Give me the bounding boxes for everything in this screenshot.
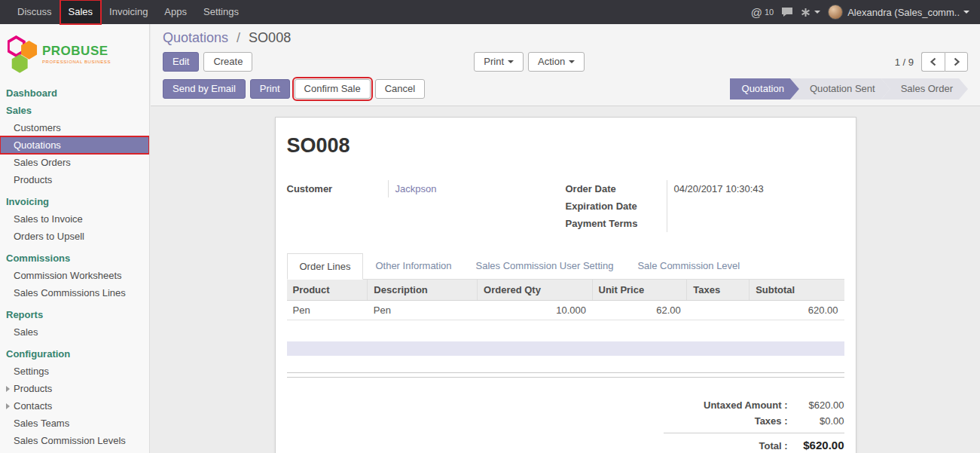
topnav-sales[interactable]: Sales [60,0,102,24]
untaxed-amount-label: Untaxed Amount : [704,399,787,411]
caret-down-icon [508,60,514,63]
column-header-description[interactable]: Description [368,280,478,301]
field-group-right: Order Date 04/20/2017 10:30:43 Expiratio… [566,180,844,232]
tab-sales-commission-user-setting[interactable]: Sales Commission User Setting [464,253,626,279]
customer-label: Customer [287,180,389,197]
breadcrumb-quotations[interactable]: Quotations [163,30,228,45]
topnav-discuss[interactable]: Discuss [9,0,60,24]
sidebar-item-customers[interactable]: Customers [0,119,149,136]
edit-button[interactable]: Edit [163,52,199,72]
column-header-unit-price[interactable]: Unit Price [592,280,687,301]
untaxed-amount-value: $620.00 [788,399,844,411]
taxes-label: Taxes : [755,415,788,427]
activities-count: 10 [765,8,774,17]
sidebar-section-commissions[interactable]: Commissions [0,249,149,267]
systray: @ 10 Alexandra (Sales_comm.. [743,0,980,24]
sidebar-item-config-contacts[interactable]: Contacts [0,397,149,415]
expiration-date-value [667,197,844,215]
cancel-button[interactable]: Cancel [375,79,425,99]
tab-other-information[interactable]: Other Information [363,253,463,279]
sidebar-item-config-products[interactable]: Products [0,380,149,397]
sidebar-item-dashboard[interactable]: Dashboard [0,84,149,102]
payment-terms-value [667,215,844,232]
sidebar-item-orders-to-upsell[interactable]: Orders to Upsell [0,228,149,245]
send-by-email-button[interactable]: Send by Email [163,79,246,99]
chevron-right-icon [6,403,10,409]
user-avatar [828,5,843,20]
tab-sale-commission-level[interactable]: Sale Commission Level [625,253,752,279]
asterisk-menu-icon[interactable] [801,8,820,17]
status-step-sales-order[interactable]: Sales Order [881,78,968,99]
pager: 1 / 9 [895,52,968,72]
cell-taxes [687,301,750,320]
sidebar-item-products[interactable]: Products [0,171,149,188]
confirm-sale-button[interactable]: Confirm Sale [295,79,371,99]
field-payment-terms: Payment Terms [566,215,844,232]
sidebar-item-commission-worksheets[interactable]: Commission Worksheets [0,267,149,284]
breadcrumb: Quotations / SO008 [163,29,968,47]
pager-previous-button[interactable] [921,52,945,72]
activities-badge[interactable]: @ 10 [751,6,774,19]
sidebar-item-reports-sales[interactable]: Sales [0,323,149,341]
sidebar-item-settings[interactable]: Settings [0,363,149,380]
cell-product[interactable]: Pen [287,301,368,320]
topnav-invoicing[interactable]: Invoicing [101,0,156,24]
sidebar-item-quotations[interactable]: Quotations [0,136,149,154]
page-title: SO008 [287,134,844,158]
form-view: SO008 Customer Jackpson Order Date 04/20… [151,106,980,453]
tab-order-lines[interactable]: Order Lines [287,253,364,280]
caret-down-icon [814,11,820,14]
logo-title: PROBUSE [42,44,111,58]
column-header-subtotal[interactable]: Subtotal [750,280,844,301]
sidebar-item-sales-teams[interactable]: Sales Teams [0,415,149,432]
pager-next-button[interactable] [945,52,968,72]
print-dropdown-button[interactable]: Print [474,52,524,72]
customer-value[interactable]: Jackpson [389,180,566,197]
sidebar-nav: Dashboard Sales Customers Quotations Sal… [0,84,149,449]
chevron-right-icon [6,386,10,392]
create-button[interactable]: Create [203,52,252,72]
messages-icon[interactable] [781,7,793,17]
sidebar-item-label: Contacts [14,400,52,412]
cell-subtotal: 620.00 [750,301,844,320]
sidebar-section-invoicing[interactable]: Invoicing [0,193,149,210]
section-separator [287,372,844,378]
column-header-product[interactable]: Product [287,280,368,301]
sidebar-item-label: Products [14,383,52,394]
topnav-apps[interactable]: Apps [156,0,195,24]
table-row[interactable]: Pen Pen 10.000 62.00 620.00 [287,301,844,320]
statusbar-row: Send by Email Print Confirm Sale Cancel … [163,78,968,99]
sidebar-item-sales-orders[interactable]: Sales Orders [0,154,149,171]
cell-ordered-qty: 10.000 [478,301,592,320]
sidebar-item-sales-commission-levels[interactable]: Sales Commission Levels [0,432,149,449]
sidebar-item-sales-commissions-lines[interactable]: Sales Commissions Lines [0,284,149,301]
table-header-row: Product Description Ordered Qty Unit Pri… [287,280,844,301]
empty-line-row[interactable] [287,341,844,356]
column-header-ordered-qty[interactable]: Ordered Qty [478,280,592,301]
sidebar-section-configuration[interactable]: Configuration [0,345,149,363]
topnav-settings[interactable]: Settings [195,0,247,24]
control-panel-row: Edit Create Print Action 1 / 9 [163,52,968,72]
pager-count: 1 / 9 [895,57,914,68]
total-value: $620.00 [788,439,844,451]
print-button[interactable]: Print [250,79,290,99]
caret-down-icon [569,60,575,63]
notebook-tabs: Order Lines Other Information Sales Comm… [287,253,844,280]
totals-block: Untaxed Amount : $620.00 Taxes : $0.00 T… [664,397,844,453]
order-date-label: Order Date [566,180,667,197]
field-groups: Customer Jackpson Order Date 04/20/2017 … [287,180,844,232]
chevron-left-icon [930,57,937,66]
status-step-quotation-sent[interactable]: Quotation Sent [790,78,890,99]
sidebar-section-sales[interactable]: Sales [0,102,149,119]
column-header-taxes[interactable]: Taxes [687,280,750,301]
status-step-quotation[interactable]: Quotation [730,78,799,99]
sidebar-section-reports[interactable]: Reports [0,306,149,323]
cell-unit-price: 62.00 [592,301,687,320]
user-menu[interactable]: Alexandra (Sales_comm.. [828,5,969,20]
action-dropdown-button[interactable]: Action [528,52,585,72]
taxes-value: $0.00 [788,415,844,427]
sidebar-item-sales-to-invoice[interactable]: Sales to Invoice [0,210,149,228]
order-date-value: 04/20/2017 10:30:43 [667,180,844,197]
user-name: Alexandra (Sales_comm.. [847,7,960,18]
activities-icon: @ [751,6,762,19]
